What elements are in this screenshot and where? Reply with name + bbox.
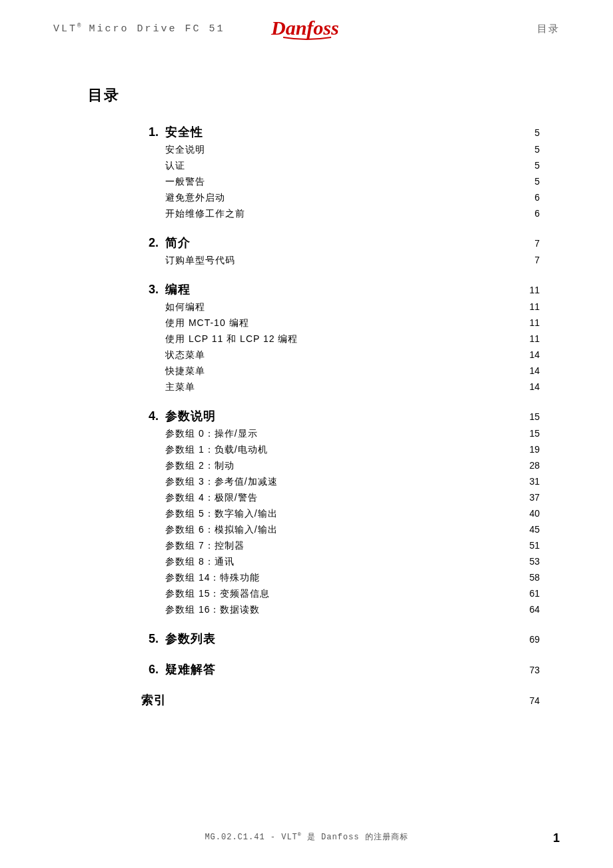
toc-section-page: 7 bbox=[534, 238, 540, 249]
toc-subitem-page: 37 bbox=[529, 492, 540, 503]
toc-section-page: 11 bbox=[529, 285, 540, 295]
toc-subitem-page: 11 bbox=[529, 333, 540, 344]
toc-section-name: 安全性 bbox=[165, 124, 203, 140]
header-left-post: Micro Drive FC 51 bbox=[81, 23, 225, 35]
toc-title: 目录 bbox=[88, 85, 560, 105]
toc-section-page: 73 bbox=[529, 665, 540, 675]
toc-section-head[interactable]: 3.编程11 bbox=[140, 281, 540, 297]
toc-section-name: 编程 bbox=[165, 281, 191, 297]
toc-section: 3.编程11如何编程11使用 MCT-10 编程11使用 LCP 11 和 LC… bbox=[140, 281, 540, 393]
toc-subitem-page: 28 bbox=[529, 460, 540, 471]
toc-subitem-page: 5 bbox=[534, 160, 540, 171]
toc-subitem-name: 使用 MCT-10 编程 bbox=[165, 317, 249, 329]
toc-subitem-page: 11 bbox=[529, 317, 540, 328]
toc-subitem-page: 14 bbox=[529, 381, 540, 392]
toc-subitem[interactable]: 参数组 6：模拟输入/输出45 bbox=[140, 524, 540, 536]
toc-subitem-page: 6 bbox=[534, 208, 540, 219]
toc-subitem-page: 51 bbox=[529, 540, 540, 551]
toc-section-head[interactable]: 4.参数说明15 bbox=[140, 408, 540, 424]
toc-subitem-name: 避免意外启动 bbox=[165, 192, 225, 204]
toc-subitem[interactable]: 快捷菜单14 bbox=[140, 365, 540, 377]
toc-section-name: 参数说明 bbox=[165, 408, 216, 424]
toc-subitem[interactable]: 开始维修工作之前6 bbox=[140, 208, 540, 220]
toc-subitem-page: 40 bbox=[529, 508, 540, 519]
toc-subitem[interactable]: 订购单型号代码7 bbox=[140, 255, 540, 267]
toc-subitem[interactable]: 参数组 14：特殊功能58 bbox=[140, 572, 540, 584]
toc-subitem-name: 参数组 15：变频器信息 bbox=[165, 588, 270, 600]
toc-subitem-page: 6 bbox=[534, 192, 540, 203]
toc-subitem-name: 参数组 8：通讯 bbox=[165, 556, 235, 568]
toc-subitem-name: 开始维修工作之前 bbox=[165, 208, 245, 220]
toc-subitem[interactable]: 参数组 2：制动28 bbox=[140, 460, 540, 472]
toc-subitem-page: 58 bbox=[529, 572, 540, 583]
toc-subitem[interactable]: 状态菜单14 bbox=[140, 349, 540, 361]
toc-subitem-name: 使用 LCP 11 和 LCP 12 编程 bbox=[165, 333, 298, 345]
footer-pre: MG.02.C1.41 - VLT bbox=[205, 833, 297, 842]
toc-subitem[interactable]: 参数组 0：操作/显示15 bbox=[140, 428, 540, 440]
toc-section: 1.安全性5安全说明5认证5一般警告5避免意外启动6开始维修工作之前6 bbox=[140, 124, 540, 220]
toc-subitem[interactable]: 参数组 4：极限/警告37 bbox=[140, 492, 540, 504]
toc-section-page: 74 bbox=[529, 695, 540, 706]
page-footer: MG.02.C1.41 - VLT® 是 Danfoss 的注册商标 1 bbox=[0, 831, 613, 843]
toc-subitem-page: 5 bbox=[534, 176, 540, 187]
toc-subitem-page: 45 bbox=[529, 524, 540, 535]
footer-line: MG.02.C1.41 - VLT® 是 Danfoss 的注册商标 bbox=[0, 831, 613, 843]
toc-subitem-page: 64 bbox=[529, 604, 540, 615]
toc-subitem-name: 参数组 1：负载/电动机 bbox=[165, 444, 268, 456]
toc-subitem[interactable]: 参数组 16：数据读数64 bbox=[140, 604, 540, 616]
page: VLT® Micro Drive FC 51 Danfoss 目录 目录 1.安… bbox=[0, 0, 613, 868]
toc-subitem-page: 14 bbox=[529, 365, 540, 376]
toc-subitem[interactable]: 参数组 5：数字输入/输出40 bbox=[140, 508, 540, 520]
danfoss-logo: Danfoss bbox=[270, 15, 343, 45]
toc-section-head[interactable]: 5.参数列表69 bbox=[140, 631, 540, 647]
toc-subitem-page: 53 bbox=[529, 556, 540, 567]
toc-subitem-name: 认证 bbox=[165, 160, 185, 172]
toc-subitem[interactable]: 避免意外启动6 bbox=[140, 192, 540, 204]
toc-section-page: 15 bbox=[529, 411, 540, 422]
toc-section-number: 5. bbox=[140, 632, 159, 646]
toc-subitem-name: 一般警告 bbox=[165, 176, 205, 188]
toc-subitem-name: 参数组 5：数字输入/输出 bbox=[165, 508, 278, 520]
toc-subitem-page: 5 bbox=[534, 144, 540, 155]
toc-subitem[interactable]: 一般警告5 bbox=[140, 176, 540, 188]
toc-section-head[interactable]: 2.简介7 bbox=[140, 235, 540, 251]
toc-section-page: 5 bbox=[534, 127, 540, 138]
toc-subitem-name: 订购单型号代码 bbox=[165, 255, 235, 267]
logo-text: Danfoss bbox=[271, 17, 339, 39]
table-of-contents: 1.安全性5安全说明5认证5一般警告5避免意外启动6开始维修工作之前62.简介7… bbox=[140, 124, 540, 708]
toc-subitem[interactable]: 参数组 1：负载/电动机19 bbox=[140, 444, 540, 456]
toc-subitem-page: 31 bbox=[529, 476, 540, 487]
toc-section: 索引74 bbox=[140, 692, 540, 708]
toc-subitem[interactable]: 主菜单14 bbox=[140, 381, 540, 393]
toc-subitem-page: 14 bbox=[529, 349, 540, 360]
toc-subitem[interactable]: 参数组 7：控制器51 bbox=[140, 540, 540, 552]
toc-subitem[interactable]: 参数组 8：通讯53 bbox=[140, 556, 540, 568]
footer-page-number: 1 bbox=[553, 831, 560, 845]
toc-section-head[interactable]: 6.疑难解答73 bbox=[140, 661, 540, 677]
toc-subitem-name: 参数组 4：极限/警告 bbox=[165, 492, 258, 504]
toc-section-head[interactable]: 索引74 bbox=[140, 692, 540, 708]
toc-subitem-name: 参数组 2：制动 bbox=[165, 460, 235, 472]
toc-subitem[interactable]: 参数组 15：变频器信息61 bbox=[140, 588, 540, 600]
toc-subitem[interactable]: 使用 LCP 11 和 LCP 12 编程11 bbox=[140, 333, 540, 345]
toc-subitem[interactable]: 安全说明5 bbox=[140, 144, 540, 156]
toc-subitem-name: 参数组 3：参考值/加减速 bbox=[165, 476, 278, 488]
header-left-pre: VLT bbox=[53, 23, 77, 35]
toc-section-number: 4. bbox=[140, 409, 159, 423]
toc-subitem[interactable]: 使用 MCT-10 编程11 bbox=[140, 317, 540, 329]
toc-subitem-name: 状态菜单 bbox=[165, 349, 205, 361]
toc-subitem-name: 参数组 14：特殊功能 bbox=[165, 572, 260, 584]
toc-subitem-page: 19 bbox=[529, 444, 540, 455]
toc-subitem-page: 7 bbox=[534, 255, 540, 265]
toc-section-number: 1. bbox=[140, 125, 159, 139]
header-left: VLT® Micro Drive FC 51 bbox=[53, 23, 225, 35]
toc-subitem[interactable]: 认证5 bbox=[140, 160, 540, 172]
toc-section-name: 疑难解答 bbox=[165, 661, 216, 677]
toc-subitem-name: 参数组 16：数据读数 bbox=[165, 604, 260, 616]
toc-section-name: 参数列表 bbox=[165, 631, 216, 647]
toc-subitem[interactable]: 如何编程11 bbox=[140, 301, 540, 313]
toc-subitem[interactable]: 参数组 3：参考值/加减速31 bbox=[140, 476, 540, 488]
toc-section-name: 简介 bbox=[165, 235, 191, 251]
toc-subitem-name: 参数组 0：操作/显示 bbox=[165, 428, 258, 440]
toc-section-head[interactable]: 1.安全性5 bbox=[140, 124, 540, 140]
